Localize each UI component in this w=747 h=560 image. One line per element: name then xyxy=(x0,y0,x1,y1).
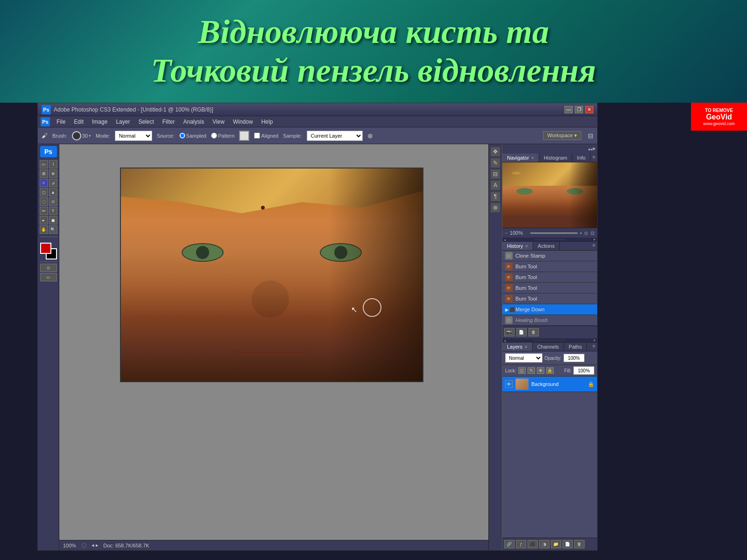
history-panel-menu[interactable]: ≡ xyxy=(591,242,597,250)
panel-toggle-icon[interactable]: ⊟ xyxy=(588,132,593,140)
tab-histogram[interactable]: Histogram xyxy=(539,154,572,162)
move-tool-icon[interactable]: ✥ xyxy=(491,147,500,156)
opacity-input[interactable] xyxy=(564,354,585,362)
menu-view[interactable]: View xyxy=(209,118,228,126)
menu-window[interactable]: Window xyxy=(229,118,257,126)
fill-input[interactable] xyxy=(573,366,594,375)
minimize-button[interactable]: — xyxy=(564,106,573,113)
marquee-tool[interactable]: ▭ xyxy=(40,160,48,168)
mode-dropdown[interactable]: Normal xyxy=(115,131,152,141)
view-mode-button[interactable]: ▭ xyxy=(40,273,57,281)
eyedropper-tool[interactable]: ⊕ xyxy=(49,169,57,178)
history-divider[interactable]: ▴ ──────────── ▾ xyxy=(502,238,597,241)
close-button[interactable]: ✕ xyxy=(585,106,593,113)
tab-info[interactable]: Info xyxy=(572,154,591,162)
menu-analysis[interactable]: Analysis xyxy=(179,118,208,126)
tab-paths[interactable]: Paths xyxy=(564,343,587,351)
menu-select[interactable]: Select xyxy=(134,118,157,126)
lock-pixels-button[interactable]: ◫ xyxy=(518,367,526,374)
hand-tool[interactable]: ✋ xyxy=(40,225,48,234)
clone-icon[interactable]: ⊟ xyxy=(491,169,500,179)
sample-dropdown[interactable]: Current Layer xyxy=(307,131,363,141)
lock-position-button[interactable]: ✥ xyxy=(537,367,544,374)
brush-control[interactable]: 30 ▾ xyxy=(72,131,91,140)
source-sampled-option[interactable]: Sampled xyxy=(179,133,206,139)
zoom-in-icon[interactable]: + xyxy=(579,231,582,236)
pen-tool[interactable]: ✏ xyxy=(40,207,48,215)
paint-bucket-tool[interactable]: ▲ xyxy=(49,188,57,196)
brush-tool-icon[interactable]: ✎ xyxy=(491,158,500,168)
lasso-tool[interactable]: ⌇ xyxy=(49,160,57,168)
tab-navigator[interactable]: Navigator × xyxy=(502,154,539,162)
path-select-tool[interactable]: ▸ xyxy=(40,216,48,224)
new-snapshot-button[interactable]: 📷 xyxy=(504,328,514,336)
shape-tool[interactable]: ◼ xyxy=(49,216,57,224)
zoom-out-icon[interactable]: − xyxy=(505,231,508,236)
aligned-checkbox[interactable] xyxy=(254,133,260,139)
menu-image[interactable]: Image xyxy=(88,118,111,126)
aligned-option[interactable]: Aligned xyxy=(254,133,278,139)
menu-help[interactable]: Help xyxy=(258,118,277,126)
history-item-healing-brush[interactable]: ⬡ Healing Brush xyxy=(502,315,597,326)
menu-filter[interactable]: Filter xyxy=(159,118,179,126)
color3d-icon[interactable]: ⊛ xyxy=(491,203,500,212)
restore-button[interactable]: ❐ xyxy=(575,106,583,113)
history-item-burn-3[interactable]: ⟳ Burn Tool xyxy=(502,283,597,294)
history-close-icon[interactable]: × xyxy=(524,244,528,249)
tab-actions[interactable]: Actions xyxy=(533,242,560,250)
history-item-burn-4[interactable]: ⟳ Burn Tool xyxy=(502,294,597,304)
layer-item-background[interactable]: 👁 Background 🔒 xyxy=(502,377,597,392)
layers-close-icon[interactable]: × xyxy=(523,344,528,350)
source-sampled-radio[interactable] xyxy=(179,133,185,139)
menu-layer[interactable]: Layer xyxy=(112,118,134,126)
create-new-document-button[interactable]: 📄 xyxy=(516,328,527,336)
zoom-slider[interactable] xyxy=(530,232,578,234)
crop-tool[interactable]: ⊞ xyxy=(40,169,48,178)
delete-layer-button[interactable]: 🗑 xyxy=(574,540,585,548)
lock-all-button[interactable]: 🔒 xyxy=(546,367,554,374)
type-tool[interactable]: T xyxy=(49,207,57,215)
menu-edit[interactable]: Edit xyxy=(70,118,87,126)
tab-layers[interactable]: Layers × xyxy=(502,343,533,351)
history-item-clone-stamp[interactable]: ⬡ Clone Stamp xyxy=(502,251,597,261)
history-item-merge-down[interactable]: ▶ ⬛ Merge Down xyxy=(502,304,597,315)
brush-dropdown-arrow[interactable]: ▾ xyxy=(89,133,91,138)
dodge-tool[interactable]: ⊙ xyxy=(49,197,57,206)
layer-visibility-icon[interactable]: 👁 xyxy=(505,380,513,388)
new-group-button[interactable]: 📁 xyxy=(551,540,561,548)
history-item-burn-1[interactable]: ⟳ Burn Tool xyxy=(502,261,597,272)
workspace-button[interactable]: Workspace ▾ xyxy=(543,131,581,140)
nav-panel-menu[interactable]: ≡ xyxy=(591,154,597,162)
collapse-button[interactable]: ▾ xyxy=(592,146,595,152)
blend-mode-dropdown[interactable]: Normal xyxy=(505,353,543,363)
history-item-burn-2[interactable]: ⟳ Burn Tool xyxy=(502,272,597,283)
zoom-fit-icon[interactable]: ⊙ xyxy=(584,231,588,236)
menu-file[interactable]: File xyxy=(53,118,69,126)
source-pattern-radio[interactable] xyxy=(211,133,217,139)
layers-divider[interactable]: ▴ ──────────── ▾ xyxy=(502,338,597,342)
source-pattern-option[interactable]: Pattern xyxy=(211,133,234,139)
zoom-tool[interactable]: 🔍 xyxy=(49,225,57,234)
layers-panel-menu[interactable]: ≡ xyxy=(591,343,597,351)
canvas-area[interactable]: ↖ 100% ⊙ ◂ ▸ Doc: 658.7K/658.7K xyxy=(59,144,488,550)
text-icon[interactable]: A xyxy=(491,181,500,190)
layer-style-button[interactable]: ƒ xyxy=(516,540,526,548)
clone-stamp-label: Clone Stamp xyxy=(515,253,545,259)
new-fill-layer-button[interactable]: ◑ xyxy=(539,540,550,548)
delete-state-button[interactable]: 🗑 xyxy=(529,328,539,336)
clone-stamp-tool[interactable]: ⊿ xyxy=(49,179,57,187)
eraser-tool[interactable]: ◻ xyxy=(40,188,48,196)
blur-tool[interactable]: ◌ xyxy=(40,197,48,206)
zoom-expand-icon[interactable]: ⊡ xyxy=(591,231,594,236)
layer-mask-button[interactable]: ⬛ xyxy=(528,540,538,548)
navigator-close-icon[interactable]: × xyxy=(530,155,534,161)
tab-channels[interactable]: Channels xyxy=(533,343,564,351)
link-layers-button[interactable]: 🔗 xyxy=(504,540,514,548)
healing-brush-tool[interactable]: ⌗ xyxy=(40,179,48,187)
quick-mask-button[interactable]: ⊙ xyxy=(40,264,57,272)
paragraph-icon[interactable]: ¶ xyxy=(491,192,500,201)
tab-history[interactable]: History × xyxy=(502,242,533,250)
new-layer-button[interactable]: 📄 xyxy=(563,540,573,548)
foreground-color-swatch[interactable] xyxy=(40,243,51,254)
lock-image-button[interactable]: ✎ xyxy=(528,367,535,374)
